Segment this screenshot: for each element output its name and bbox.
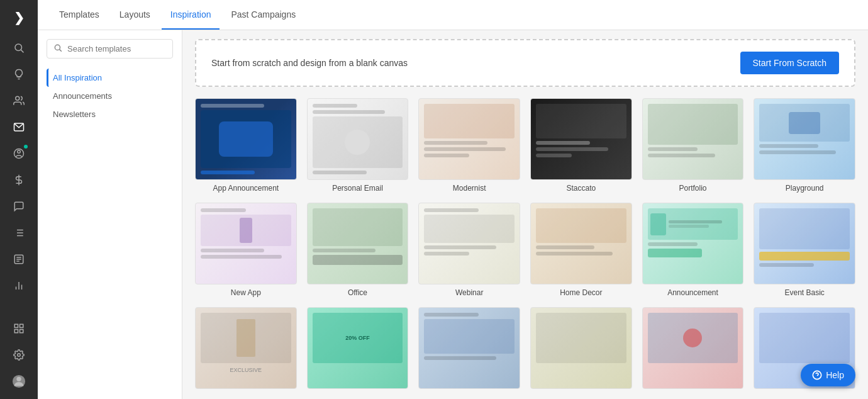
notification-badge <box>23 143 29 150</box>
help-label: Help <box>826 370 844 380</box>
tab-past-campaigns[interactable]: Past Campaigns <box>222 1 304 30</box>
svg-point-5 <box>18 150 21 154</box>
scratch-banner: Start from scratch and design from a bla… <box>195 39 855 87</box>
people-icon[interactable] <box>8 89 30 112</box>
template-name-announcement: Announcement <box>667 288 718 297</box>
template-name-home-decor: Home Decor <box>560 288 602 297</box>
template-name-staccato: Staccato <box>566 184 596 193</box>
tab-templates[interactable]: Templates <box>50 1 108 30</box>
tab-layouts[interactable]: Layouts <box>111 1 159 30</box>
chat-icon[interactable] <box>8 195 30 218</box>
template-thumb-staccato <box>530 98 632 180</box>
user-circle-icon[interactable] <box>8 142 30 165</box>
dollar-icon[interactable] <box>8 169 30 191</box>
template-thumb-row3-3 <box>418 307 520 389</box>
template-thumb-row3-2: 20% OFF <box>307 307 409 389</box>
svg-point-26 <box>16 377 21 381</box>
search-nav-icon[interactable] <box>8 37 30 59</box>
chart-icon[interactable] <box>8 274 30 297</box>
filter-newsletters[interactable]: Newsletters <box>47 105 173 123</box>
template-thumb-home-decor <box>530 203 632 284</box>
template-card-event-basic[interactable]: Event Basic <box>754 203 855 297</box>
svg-point-27 <box>55 45 60 50</box>
template-card-webinar[interactable]: Webinar <box>418 203 520 297</box>
template-thumb-row3-4 <box>530 307 632 389</box>
svg-rect-20 <box>14 324 18 327</box>
template-name-app-announcement: App Announcement <box>213 184 279 193</box>
avatar-icon[interactable] <box>8 370 30 393</box>
template-card-personal-email[interactable]: Personal Email <box>307 98 409 193</box>
template-card-row3-2[interactable]: 20% OFF <box>307 307 409 393</box>
list-icon[interactable] <box>8 222 30 244</box>
svg-line-1 <box>21 50 23 52</box>
svg-rect-23 <box>14 330 18 333</box>
help-button[interactable]: Help <box>801 364 855 386</box>
template-card-announcement[interactable]: Announcement <box>642 203 744 297</box>
template-card-modernist[interactable]: Modernist <box>418 98 520 193</box>
template-card-home-decor[interactable]: Home Decor <box>530 203 632 297</box>
template-thumb-playground <box>754 98 855 180</box>
filter-announcements[interactable]: Announcements <box>47 87 173 105</box>
template-card-portfolio[interactable]: Portfolio <box>642 98 744 193</box>
template-name-modernist: Modernist <box>453 184 486 193</box>
template-card-office[interactable]: Office <box>307 203 409 297</box>
filter-panel: All Inspiration Announcements Newsletter… <box>38 30 182 399</box>
template-name-personal-email: Personal Email <box>332 184 383 193</box>
template-thumb-office <box>307 203 409 284</box>
template-thumb-row3-1: EXCLUSIVE <box>195 307 297 389</box>
template-name-new-app: New App <box>231 288 261 297</box>
template-card-new-app[interactable]: New App <box>195 203 297 297</box>
main-content: Templates Layouts Inspiration Past Campa… <box>38 0 868 399</box>
template-card-row3-1[interactable]: EXCLUSIVE <box>195 307 297 393</box>
template-name-event-basic: Event Basic <box>784 288 824 297</box>
scratch-banner-text: Start from scratch and design from a bla… <box>211 58 408 68</box>
template-name-office: Office <box>348 288 367 297</box>
template-thumb-personal-email <box>307 98 409 180</box>
search-box[interactable] <box>47 39 173 59</box>
template-thumb-modernist <box>418 98 520 180</box>
template-card-staccato[interactable]: Staccato <box>530 98 632 193</box>
template-thumb-app-announcement <box>195 98 297 180</box>
template-name-webinar: Webinar <box>455 288 483 297</box>
sidebar-logo: ❯ <box>8 6 30 29</box>
template-thumb-row3-5 <box>642 307 744 389</box>
templates-grid: App Announcement Personal Email <box>195 98 855 393</box>
template-card-playground[interactable]: Playground <box>754 98 855 193</box>
template-card-row3-5[interactable] <box>642 307 744 393</box>
top-nav: Templates Layouts Inspiration Past Campa… <box>38 0 868 30</box>
template-thumb-announcement <box>642 203 744 284</box>
svg-rect-21 <box>20 324 23 327</box>
template-card-app-announcement[interactable]: App Announcement <box>195 98 297 193</box>
svg-point-0 <box>15 44 22 51</box>
sidebar: ❯ <box>0 0 38 399</box>
template-card-row3-3[interactable] <box>418 307 520 393</box>
template-card-row3-4[interactable] <box>530 307 632 393</box>
template-thumb-webinar <box>418 203 520 284</box>
doc-icon[interactable] <box>8 248 30 271</box>
template-thumb-portfolio <box>642 98 744 180</box>
lightbulb-icon[interactable] <box>8 63 30 86</box>
start-from-scratch-button[interactable]: Start From Scratch <box>740 52 839 74</box>
settings-icon[interactable] <box>8 344 30 366</box>
template-thumb-event-basic <box>754 203 855 284</box>
svg-point-2 <box>16 96 19 100</box>
svg-rect-22 <box>20 330 23 333</box>
templates-area: Start from scratch and design from a bla… <box>182 30 868 399</box>
template-icon[interactable] <box>8 317 30 340</box>
content-area: All Inspiration Announcements Newsletter… <box>38 30 868 399</box>
tab-inspiration[interactable]: Inspiration <box>162 1 220 30</box>
filter-all-inspiration[interactable]: All Inspiration <box>47 69 173 87</box>
template-name-playground: Playground <box>786 184 824 193</box>
template-thumb-new-app <box>195 203 297 284</box>
mail-icon[interactable] <box>8 116 30 138</box>
search-icon <box>53 43 62 54</box>
search-input[interactable] <box>67 44 166 53</box>
svg-point-24 <box>18 354 21 357</box>
svg-line-28 <box>60 50 62 52</box>
template-name-portfolio: Portfolio <box>679 184 706 193</box>
